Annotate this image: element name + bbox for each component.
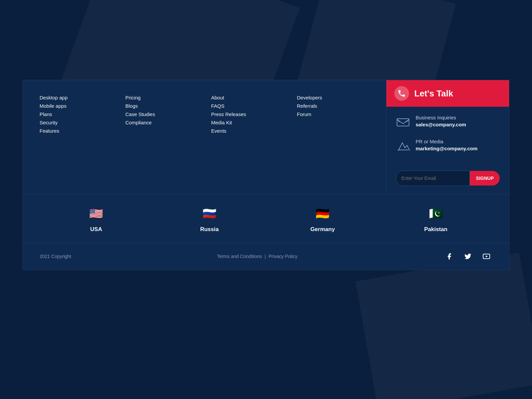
country-name-pakistan: Pakistan [424, 226, 448, 233]
pr-label: PR or Media [416, 139, 477, 144]
lets-talk-header: Let's Talk [386, 80, 509, 107]
country-item-germany: 🇩🇪Germany [266, 204, 379, 233]
footer-link-2-4[interactable]: Events [211, 127, 290, 135]
lets-talk-title: Let's Talk [414, 88, 453, 99]
footer-legal: Terms and Conditions | Privacy Policy [217, 254, 297, 259]
pr-contact-item: PR or Media marketing@company.com [396, 139, 500, 153]
social-icons [443, 250, 492, 262]
svg-rect-0 [397, 119, 409, 126]
business-contact-info: Business Inquiries sales@company.com [416, 115, 466, 127]
email-input[interactable] [396, 171, 470, 186]
bg-shape-3 [355, 253, 532, 399]
terms-link[interactable]: Terms and Conditions [217, 254, 262, 259]
privacy-link[interactable]: Privacy Policy [268, 254, 297, 259]
footer-link-3-2[interactable]: Forum [297, 110, 376, 118]
footer-link-0-3[interactable]: Security [40, 118, 119, 127]
signup-button[interactable]: SIGNUP [470, 171, 500, 186]
footer-link-0-0[interactable]: Desktop app [40, 93, 119, 102]
footer-link-1-0[interactable]: Pricing [125, 93, 204, 102]
footer-col-1: PricingBlogsCase StudiesCompliance [125, 93, 204, 135]
phone-icon [397, 89, 406, 98]
flag-germany: 🇩🇪 [313, 204, 332, 223]
copyright-text: 2021 Copyright [40, 254, 71, 259]
business-inquiries-label: Business Inquiries [416, 115, 466, 120]
footer-links-grid: Desktop appMobile appsPlansSecurityFeatu… [40, 93, 376, 135]
footer-link-2-3[interactable]: Media Kit [211, 118, 290, 127]
svg-marker-2 [486, 255, 488, 257]
facebook-icon[interactable] [443, 250, 455, 262]
contact-items: Business Inquiries sales@company.com PR … [386, 107, 509, 171]
footer-link-0-2[interactable]: Plans [40, 110, 119, 118]
email-signup: SIGNUP [386, 171, 509, 194]
flag-usa: 🇺🇸 [87, 204, 105, 223]
email-icon [396, 115, 410, 129]
flag-pakistan: 🇵🇰 [427, 204, 445, 223]
business-contact-item: Business Inquiries sales@company.com [396, 115, 500, 129]
lets-talk-panel: Let's Talk Business Inquiries sales@com [386, 80, 509, 194]
footer-link-0-1[interactable]: Mobile apps [40, 102, 119, 110]
footer-link-1-2[interactable]: Case Studies [125, 110, 204, 118]
footer-link-0-4[interactable]: Features [40, 127, 119, 135]
footer-links-area: Desktop appMobile appsPlansSecurityFeatu… [23, 80, 386, 194]
footer-link-2-0[interactable]: About [211, 93, 290, 102]
footer-bottom: 2021 Copyright Terms and Conditions | Pr… [23, 243, 509, 270]
pr-email: marketing@company.com [416, 146, 477, 151]
phone-icon-circle [394, 86, 409, 101]
footer-link-2-2[interactable]: Press Releases [211, 110, 290, 118]
youtube-icon[interactable] [480, 250, 492, 262]
country-item-pakistan: 🇵🇰Pakistan [379, 204, 493, 233]
country-name-russia: Russia [200, 226, 219, 233]
pr-icon [396, 139, 410, 153]
footer-main: Desktop appMobile appsPlansSecurityFeatu… [23, 80, 509, 194]
footer-col-0: Desktop appMobile appsPlansSecurityFeatu… [40, 93, 119, 135]
country-name-usa: USA [90, 226, 102, 233]
legal-separator: | [265, 254, 266, 259]
countries-bar: 🇺🇸USA🇷🇺Russia🇩🇪Germany🇵🇰Pakistan [23, 194, 509, 243]
flag-russia: 🇷🇺 [200, 204, 219, 223]
twitter-icon[interactable] [462, 250, 474, 262]
business-email: sales@company.com [416, 122, 466, 127]
footer-link-3-1[interactable]: Referrals [297, 102, 376, 110]
country-name-germany: Germany [310, 226, 335, 233]
country-item-usa: 🇺🇸USA [40, 204, 153, 233]
pr-contact-info: PR or Media marketing@company.com [416, 139, 477, 151]
footer-container: Desktop appMobile appsPlansSecurityFeatu… [23, 80, 509, 270]
footer-col-3: DevelopersReferralsForum [297, 93, 376, 135]
footer-link-1-3[interactable]: Compliance [125, 118, 204, 127]
footer-col-2: AboutFAQSPress ReleasesMedia KitEvents [211, 93, 290, 135]
footer-link-1-1[interactable]: Blogs [125, 102, 204, 110]
footer-link-3-0[interactable]: Developers [297, 93, 376, 102]
country-item-russia: 🇷🇺Russia [153, 204, 266, 233]
footer-link-2-1[interactable]: FAQS [211, 102, 290, 110]
